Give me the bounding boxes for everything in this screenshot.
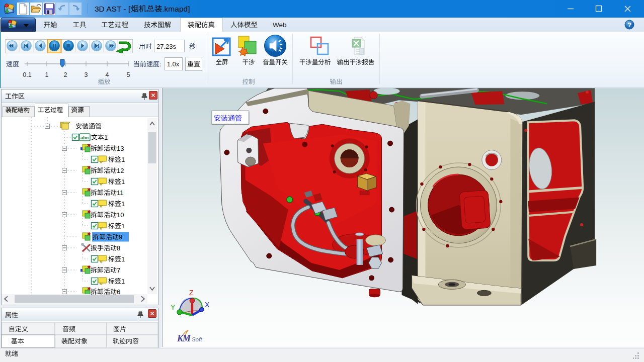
svg-text:KM: KM bbox=[177, 333, 191, 343]
svg-text:Z: Z bbox=[189, 289, 194, 297]
svg-text:Soft: Soft bbox=[192, 336, 202, 342]
svg-text:?: ? bbox=[627, 21, 631, 29]
svg-text:Y: Y bbox=[171, 303, 176, 311]
svg-text:abc: abc bbox=[80, 135, 89, 140]
svg-text:X: X bbox=[205, 301, 210, 309]
